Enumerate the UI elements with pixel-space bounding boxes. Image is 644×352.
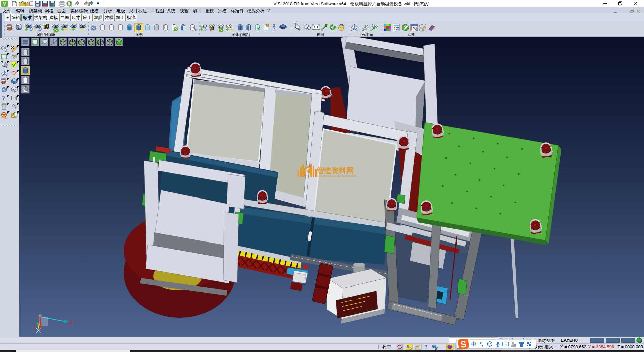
svg-text:1:1: 1:1: [314, 26, 318, 29]
svg-text:?: ?: [2, 95, 5, 102]
svg-text:V: V: [3, 2, 6, 7]
svg-text:中: 中: [471, 341, 476, 347]
svg-text:Y: Y: [34, 324, 37, 329]
svg-text:Z: Z: [69, 320, 73, 325]
svg-text:智造资料网: 智造资料网: [317, 166, 354, 175]
svg-text:7: 7: [514, 344, 515, 347]
svg-text:°,: °,: [480, 341, 483, 347]
svg-text:?: ?: [425, 345, 427, 350]
svg-text:S: S: [460, 339, 467, 350]
svg-text:INTELLIGENT MANUFACTURING DATA: INTELLIGENT MANUFACTURING DATA: [317, 175, 357, 177]
